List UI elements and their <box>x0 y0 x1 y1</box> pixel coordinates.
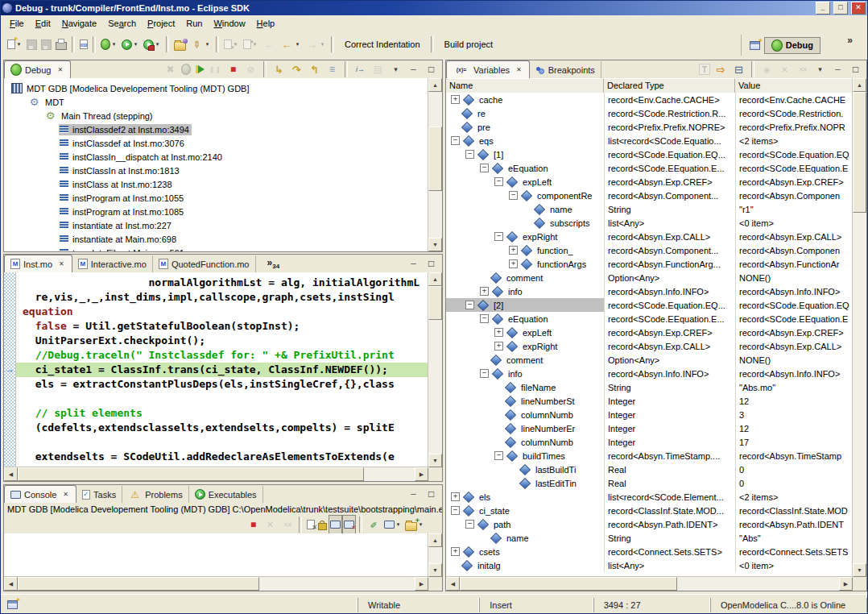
variable-row[interactable]: −[2]record<SCode.Equation.EQ...record<SC… <box>446 298 853 312</box>
variable-row[interactable]: −pathrecord<Absyn.Path.IDENT>record<Absy… <box>446 517 853 531</box>
collapse-icon[interactable]: − <box>494 451 503 460</box>
debug-tree-row[interactable]: instClassdef at Inst.mo:3076 <box>4 136 428 150</box>
step-into-button[interactable]: ↳ <box>271 60 287 79</box>
remove-all-button[interactable]: ✕✕ <box>794 60 811 79</box>
collapse-icon[interactable]: − <box>451 506 460 515</box>
minimize-window-button[interactable]: _ <box>816 2 830 15</box>
last-edit-button[interactable]: ← <box>261 35 278 54</box>
maximize-button[interactable]: □ <box>423 60 440 79</box>
minimize-button[interactable]: ─ <box>405 484 422 504</box>
menu-window[interactable]: Window <box>208 17 250 30</box>
debug-tree-row[interactable]: instProgram at Inst.mo:1055 <box>4 191 428 205</box>
variable-row[interactable]: nameString"r1" <box>446 202 853 216</box>
debug-tree-row[interactable]: instantiate at Main.mo:698 <box>4 232 428 246</box>
maximize-window-button[interactable]: □ <box>833 2 848 15</box>
open-console-button[interactable]: ▾ <box>403 515 426 534</box>
collapse-icon[interactable]: − <box>480 369 489 378</box>
display-console-button[interactable]: ▾ <box>382 515 403 534</box>
debug-perspective-button[interactable]: Debug <box>764 37 820 54</box>
close-icon[interactable]: ✕ <box>57 259 66 268</box>
remove-all-launches-button[interactable]: ✕✕ <box>279 515 296 534</box>
collapse-all-button[interactable]: ⊟ <box>730 60 747 79</box>
forward-button[interactable]: →▾ <box>304 35 328 54</box>
expand-icon[interactable]: + <box>451 547 460 556</box>
dropdown-arrow-icon[interactable]: ▾ <box>204 41 211 48</box>
new-wizard-button[interactable]: ▾ <box>6 35 24 54</box>
scroll-left-button[interactable]: ◀ <box>446 577 460 591</box>
tab-problems[interactable]: ⚠Problems <box>122 486 188 503</box>
build-project-button[interactable]: Build project <box>437 36 501 52</box>
menu-navigate[interactable]: Navigate <box>56 17 102 30</box>
variable-row[interactable]: lineNumberErInteger12 <box>446 421 853 435</box>
console-output[interactable] <box>4 533 428 577</box>
scroll-down-button[interactable]: ▼ <box>853 563 866 577</box>
show-stderr-button[interactable] <box>342 515 356 534</box>
step-over-button[interactable]: ↷ <box>288 60 305 79</box>
variable-row[interactable]: −expLeftrecord<Absyn.Exp.CREF>record<Abs… <box>446 175 853 189</box>
scroll-thumb[interactable] <box>428 286 442 320</box>
prev-annotation-button[interactable]: ▾ <box>242 35 260 54</box>
variable-row[interactable]: +cacherecord<Env.Cache.CACHE>record<Env.… <box>446 93 853 106</box>
menu-edit[interactable]: Edit <box>30 17 56 30</box>
menu-project[interactable]: Project <box>142 17 180 30</box>
column-header-declared-type[interactable]: Declared Type <box>604 78 735 93</box>
column-header-value[interactable]: Value <box>735 78 853 93</box>
debug-bug-button[interactable]: ▾ <box>99 35 119 54</box>
debug-tree-row[interactable]: ⚙MDT <box>4 95 428 109</box>
variable-row[interactable]: −eEquationrecord<SCode.EEquation.E...rec… <box>446 312 853 326</box>
tab-executables[interactable]: Executables <box>189 486 263 503</box>
scroll-down-button[interactable]: ▼ <box>428 238 442 251</box>
scroll-down-button[interactable]: ▼ <box>428 454 442 467</box>
column-header-name[interactable]: Name <box>446 78 604 93</box>
collapse-icon[interactable]: − <box>494 232 503 241</box>
variable-row[interactable]: initalglist<Any><0 item> <box>446 558 853 572</box>
variable-row[interactable]: −inforecord<Absyn.Info.INFO>record<Absyn… <box>446 367 853 380</box>
code-editor[interactable]: normalAlgorithmLst = alg, initialAlgorit… <box>16 272 428 467</box>
tab-debug[interactable]: Debug ✕ <box>4 60 71 78</box>
debug-tree-row[interactable]: instClass at Inst.mo:1238 <box>4 177 428 191</box>
resume-button[interactable] <box>193 60 206 79</box>
correct-indentation-button[interactable]: Correct Indentation <box>337 36 428 52</box>
minimize-button[interactable]: ─ <box>405 254 422 273</box>
scroll-up-button[interactable]: ▲ <box>853 78 866 92</box>
remove-terminated-button[interactable]: ✖ <box>162 60 179 79</box>
scroll-thumb[interactable] <box>18 577 259 591</box>
binary-file-button[interactable] <box>78 35 89 54</box>
collapse-icon[interactable]: − <box>465 301 474 309</box>
open-perspective-button[interactable] <box>748 35 762 55</box>
save-button[interactable] <box>25 35 39 54</box>
scroll-left-button[interactable]: ◀ <box>4 467 18 481</box>
editor-tab-quotedfunction-mo[interactable]: MQuotedFunction.mo <box>153 255 256 272</box>
remove-launch-button[interactable]: ✕ <box>262 515 279 534</box>
show-stdout-button[interactable] <box>329 515 342 534</box>
fast-view-button[interactable] <box>6 595 19 614</box>
variable-row[interactable]: nameString"Abs" <box>446 531 853 545</box>
collapse-icon[interactable]: − <box>480 314 489 323</box>
dropdown-arrow-icon[interactable]: ▾ <box>232 41 239 48</box>
expand-icon[interactable]: + <box>494 328 503 337</box>
scroll-up-button[interactable]: ▲ <box>428 78 442 92</box>
variable-row[interactable]: −buildTimesrecord<Absyn.TimeStamp....rec… <box>446 449 853 463</box>
expand-icon[interactable]: + <box>509 246 518 255</box>
variable-row[interactable]: +expRightrecord<Absyn.Exp.CALL>record<Ab… <box>446 339 853 353</box>
variable-row[interactable]: lineNumberStInteger12 <box>446 394 853 408</box>
variable-row[interactable]: −ci_staterecord<ClassInf.State.MOD...rec… <box>446 504 853 517</box>
scroll-left-button[interactable]: ◀ <box>4 577 18 591</box>
scroll-up-button[interactable]: ▲ <box>428 272 442 286</box>
watch-button[interactable]: ◉ <box>758 60 775 79</box>
scroll-right-button[interactable]: ▶ <box>415 467 428 481</box>
variable-row[interactable]: fileNameString"Abs.mo" <box>446 380 853 394</box>
debug-tree-row[interactable]: instProgram at Inst.mo:1085 <box>4 205 428 218</box>
menu-file[interactable]: File <box>4 17 30 30</box>
debug-tree-row[interactable]: instClassIn__dispatch at Inst.mo:2140 <box>4 150 428 164</box>
variable-row[interactable]: commentOption<Any>NONE() <box>446 353 853 367</box>
variable-row[interactable]: rerecord<SCode.Restriction.R...record<SC… <box>446 106 853 120</box>
collapse-icon[interactable]: − <box>465 150 474 159</box>
variable-row[interactable]: −[1]record<SCode.Equation.EQ...record<SC… <box>446 147 853 161</box>
menu-search[interactable]: Search <box>102 17 142 30</box>
variable-row[interactable]: +expLeftrecord<Absyn.Exp.CREF>record<Abs… <box>446 326 853 339</box>
drop-to-frame-button[interactable]: ≡ <box>324 60 341 79</box>
editor-tab-overflow[interactable]: »34 <box>267 257 280 270</box>
variable-row[interactable]: −eqslist<record<SCode.Equatio...<2 items… <box>446 134 853 147</box>
tab-breakpoints[interactable]: Breakpoints <box>530 61 601 78</box>
